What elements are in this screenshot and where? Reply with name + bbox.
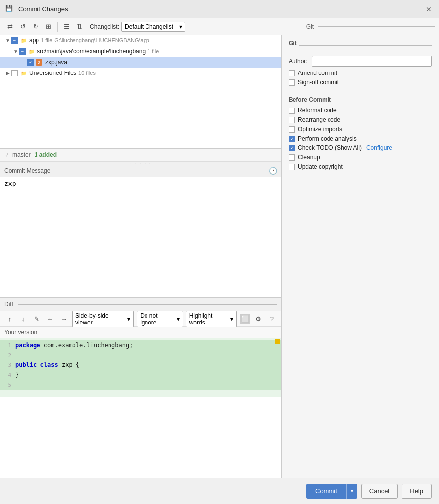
diff-next-button[interactable]: ↓ — [18, 314, 28, 324]
check-todo-row: Check TODO (Show All) Configure — [289, 144, 432, 151]
tree-item-zxp[interactable]: J zxp.java — [0, 57, 281, 68]
main-content: ▼ 📁 app 1 file G:\liuchengbang\LIUCHENGB… — [0, 35, 439, 478]
yellow-mark — [275, 339, 280, 344]
diff-edit-button[interactable]: ✎ — [32, 314, 42, 324]
perform-analysis-label: Perform code analysis — [298, 135, 357, 142]
bottom-bar: Commit ▾ Cancel Help — [0, 478, 439, 504]
git-author-row: Author: — [289, 56, 432, 67]
diff-toolbar: ↑ ↓ ✎ ← → Side-by-side viewer ▾ Do not i… — [0, 311, 281, 327]
close-button[interactable]: ✕ — [424, 4, 434, 14]
optimize-imports-label: Optimize imports — [298, 126, 342, 133]
tree-arrow-app: ▼ — [4, 38, 11, 43]
move-to-changelist-button[interactable]: ⇄ — [4, 21, 15, 32]
diff-back-button[interactable]: ← — [45, 314, 55, 324]
commit-button[interactable]: Commit — [306, 484, 346, 499]
folder-icon-unversioned: 📁 — [20, 69, 28, 77]
optimize-imports-row: Optimize imports — [289, 126, 432, 133]
tree-name-zxp: zxp.java — [45, 59, 67, 66]
folder-icon-app: 📁 — [20, 36, 28, 44]
cancel-button[interactable]: Cancel — [361, 484, 398, 499]
code-area: 1 package com.example.liuchengbang; 2 3 … — [0, 338, 281, 397]
checkbox-unversioned[interactable] — [11, 70, 18, 76]
tree-name-unversioned: Unversioned Files — [29, 70, 76, 76]
commit-message-section: Commit Message 🕐 zxp — [0, 164, 281, 297]
perform-analysis-checkbox[interactable] — [289, 136, 295, 142]
git-title: Git — [289, 40, 297, 47]
code-line-1: 1 package com.example.liuchengbang; — [0, 340, 281, 350]
signoff-commit-row: Sign-off commit — [289, 79, 432, 86]
checkbox-zxp[interactable] — [27, 59, 34, 66]
git-divider — [318, 26, 435, 27]
perform-analysis-row: Perform code analysis — [289, 135, 432, 142]
expand-button[interactable]: ⊞ — [43, 21, 54, 32]
diff-copy-button[interactable]: ⬜ — [240, 314, 250, 324]
cleanup-row: Cleanup — [289, 154, 432, 161]
amend-commit-checkbox[interactable] — [289, 70, 295, 76]
diff-prev-button[interactable]: ↑ — [4, 314, 15, 324]
history-button[interactable]: 🕐 — [269, 167, 277, 175]
changelist-label: Changelist: — [90, 23, 119, 30]
diff-title: Diff — [4, 301, 13, 308]
tree-extra-src: 1 file — [147, 48, 159, 54]
git-label: Git — [306, 23, 314, 30]
update-copyright-label: Update copyright — [298, 163, 343, 170]
tree-item-unversioned[interactable]: ▶ 📁 Unversioned Files 10 files — [0, 68, 281, 78]
diff-settings-button[interactable]: ⚙ — [253, 314, 263, 324]
status-bar: ⑂ master 1 added — [0, 148, 281, 161]
commit-dropdown-arrow[interactable]: ▾ — [346, 484, 357, 499]
git-author-input[interactable] — [312, 56, 432, 67]
tree-item-app[interactable]: ▼ 📁 app 1 file G:\liuchengbang\LIUCHENGB… — [0, 35, 281, 46]
diff-highlight-arrow-icon: ▾ — [230, 316, 233, 323]
branch-icon: ⑂ — [4, 151, 8, 159]
amend-commit-row: Amend commit — [289, 70, 432, 76]
diff-section: Diff ↑ ↓ ✎ ← → Side-by-side viewer ▾ Do … — [0, 297, 281, 478]
code-empty-area — [0, 397, 281, 447]
diff-ignore-dropdown[interactable]: Do not ignore ▾ — [137, 311, 183, 327]
diff-viewer-dropdown[interactable]: Side-by-side viewer ▾ — [72, 311, 134, 327]
diff-content: Your version 1 package com.example.liuch… — [0, 327, 281, 478]
check-todo-checkbox[interactable] — [289, 145, 295, 151]
section-divider — [289, 91, 432, 91]
checkbox-app[interactable] — [11, 37, 18, 44]
commit-message-title: Commit Message — [4, 167, 50, 174]
cleanup-checkbox[interactable] — [289, 154, 295, 161]
sort-button[interactable]: ⇅ — [74, 21, 85, 32]
tree-arrow-unversioned: ▶ — [4, 71, 11, 76]
rollback-button[interactable]: ↺ — [17, 21, 28, 32]
java-icon-zxp: J — [36, 59, 42, 66]
git-title-divider — [299, 45, 432, 46]
separator-1 — [57, 22, 58, 32]
file-tree[interactable]: ▼ 📁 app 1 file G:\liuchengbang\LIUCHENGB… — [0, 35, 281, 148]
diff-ignore-value: Do not ignore — [140, 312, 175, 326]
titlebar: 💾 Commit Changes ✕ — [0, 0, 439, 18]
update-copyright-checkbox[interactable] — [289, 164, 295, 170]
tree-name-app: app — [29, 37, 39, 44]
added-count: 1 added — [35, 151, 57, 158]
diff-help-button[interactable]: ? — [267, 314, 277, 324]
titlebar-left: 💾 Commit Changes — [5, 5, 68, 14]
checkbox-src[interactable] — [19, 48, 26, 55]
rearrange-code-row: Rearrange code — [289, 116, 432, 123]
diff-forward-button[interactable]: → — [59, 314, 69, 324]
optimize-imports-checkbox[interactable] — [289, 126, 295, 133]
tree-arrow-src: ▼ — [12, 49, 19, 54]
diff-header-divider — [18, 304, 277, 305]
amend-commit-label: Amend commit — [298, 70, 337, 76]
diff-highlight-dropdown[interactable]: Highlight words ▾ — [186, 311, 237, 327]
configure-link[interactable]: Configure — [366, 144, 392, 151]
commit-message-input[interactable]: zxp — [0, 177, 281, 297]
signoff-commit-checkbox[interactable] — [289, 79, 295, 86]
tree-item-src[interactable]: ▼ 📁 src\main\java\com\example\liuchengba… — [0, 46, 281, 57]
refresh-button[interactable]: ↻ — [30, 21, 41, 32]
collapse-button[interactable]: ☰ — [61, 21, 72, 32]
reformat-code-checkbox[interactable] — [289, 108, 295, 114]
git-author-label: Author: — [289, 58, 308, 65]
rearrange-code-checkbox[interactable] — [289, 117, 295, 123]
code-line-4: 4 } — [0, 370, 281, 380]
help-button[interactable]: Help — [402, 484, 432, 499]
update-copyright-row: Update copyright — [289, 163, 432, 170]
commit-message-header: Commit Message 🕐 — [0, 164, 281, 177]
diff-highlight-value: Highlight words — [189, 312, 228, 326]
changelist-dropdown[interactable]: Default Changelist ▾ — [121, 22, 185, 32]
diff-viewer-value: Side-by-side viewer — [75, 312, 125, 326]
